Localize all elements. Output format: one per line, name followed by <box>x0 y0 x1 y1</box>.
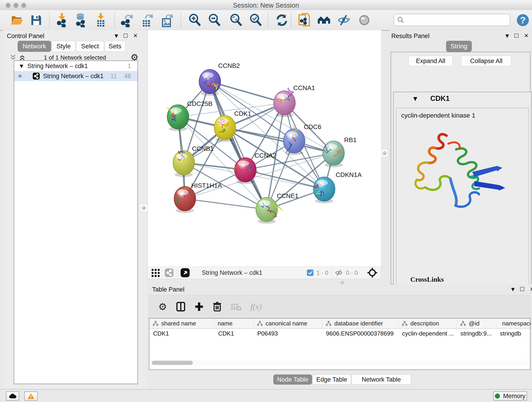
open-folder-icon <box>11 14 23 26</box>
column-header-description[interactable]: description <box>399 319 457 328</box>
protein-collapser-icon[interactable]: ▼ <box>413 96 417 102</box>
tab-sets[interactable]: Sets <box>105 41 125 52</box>
tab-network[interactable]: Network <box>18 41 51 52</box>
collection-count: 1 <box>128 63 131 70</box>
table-cell[interactable]: cyclin-dependent ... <box>399 329 457 338</box>
export-image-button[interactable] <box>160 13 174 27</box>
add-column-icon[interactable] <box>195 302 204 312</box>
zoom-out-icon <box>208 13 221 27</box>
node-label-CCNA1: CCNA1 <box>293 84 315 91</box>
import-network-database-button[interactable] <box>74 13 88 27</box>
cloud-status-button[interactable] <box>6 391 19 401</box>
table-cell[interactable]: stringdb <box>496 329 531 338</box>
string-badge-gray-icon[interactable] <box>165 268 174 277</box>
tab-string[interactable]: String <box>446 41 472 52</box>
node-label-HIST1H1A: HIST1H1A <box>191 182 222 189</box>
zoom-selected-button[interactable] <box>249 13 263 27</box>
main-toolbar: ? <box>0 10 532 31</box>
export-network-button[interactable] <box>120 13 134 27</box>
results-panel: Results Panel ▼ ☐ ✕ String Expand All Co… <box>389 30 532 284</box>
table-cell[interactable]: CDK1 <box>215 329 254 338</box>
left-splitter-handle[interactable] <box>140 204 147 212</box>
table-horizontal-scrollbar[interactable] <box>150 360 530 366</box>
search-input[interactable] <box>406 15 510 25</box>
network-node-HIST1H1A[interactable]: HIST1H1A <box>174 182 222 213</box>
network-edge-CCNA2-CDKN1A[interactable] <box>245 170 324 189</box>
network-node-CCNB1[interactable]: CCNB1 <box>173 145 214 177</box>
show-columns-icon[interactable] <box>176 302 185 312</box>
collapse-all-button[interactable]: Collapse All <box>461 56 511 66</box>
network-edge-HIST1H1A-CCNE1[interactable] <box>185 199 267 210</box>
collection-collapser-icon[interactable]: ▼ <box>20 63 23 69</box>
collection-label: String Network – cdk1 <box>27 63 88 70</box>
import-table-button[interactable] <box>94 13 108 27</box>
column-header-shared-name[interactable]: shared name <box>149 319 215 328</box>
table-row[interactable]: CDK1CDK1P064939606.ENSP00000378699cyclin… <box>149 329 530 338</box>
refresh-button[interactable] <box>275 13 289 27</box>
network-node-CDC6[interactable]: CDC6 <box>283 123 321 155</box>
birdseye-grid-icon[interactable] <box>151 268 160 277</box>
expand-all-button[interactable]: Expand All <box>409 56 453 66</box>
scrollbar-thumb[interactable] <box>152 361 193 365</box>
network-node-CCNE1[interactable]: CCNE1 <box>256 192 298 224</box>
column-header--id[interactable]: @id <box>457 319 496 328</box>
column-header-namespace[interactable]: namespace <box>496 319 531 328</box>
network-edge-CCNB2-CCNE1[interactable] <box>210 82 267 210</box>
tab-select[interactable]: Select <box>76 41 104 52</box>
network-canvas[interactable]: CCNB2CCNA1CDC25BCDK1CDC6RB1CCNB1CCNA2CDK… <box>147 30 381 267</box>
zoom-out-button[interactable] <box>208 13 221 27</box>
column-header-canonical-name[interactable]: canonical name <box>254 319 322 328</box>
node-label-CCNB2: CCNB2 <box>218 62 240 69</box>
homes-button[interactable] <box>317 13 331 27</box>
zoom-fit-button[interactable] <box>229 13 243 27</box>
show-eye-button[interactable] <box>357 13 371 27</box>
table-cell[interactable]: P06493 <box>254 329 322 338</box>
table-maximize-icon[interactable]: ☐ <box>520 287 525 292</box>
panel-maximize-icon[interactable]: ☐ <box>123 33 128 38</box>
panel-close-icon[interactable]: ✕ <box>133 33 138 38</box>
tab-edge-table[interactable]: Edge Table <box>312 375 351 385</box>
network-row[interactable]: String Network – cdk1 11 48 <box>14 71 138 81</box>
open-session-button[interactable] <box>10 13 24 27</box>
panel-float-icon[interactable]: ▼ <box>114 33 118 38</box>
export-table-button[interactable] <box>140 13 154 27</box>
table-cell[interactable]: stringdb:9... <box>457 329 496 338</box>
column-type-icon <box>460 321 466 326</box>
hidden-eye-slash-icon[interactable] <box>335 269 343 276</box>
node-table: shared namenamecanonical namedatabase id… <box>149 318 530 370</box>
column-type-icon <box>326 321 331 326</box>
import-network-file-button[interactable] <box>55 13 69 27</box>
save-session-button[interactable] <box>29 13 43 27</box>
hide-panel-eye-button[interactable] <box>337 13 351 27</box>
results-close-icon[interactable]: ✕ <box>524 33 529 38</box>
table-float-icon[interactable]: ▼ <box>511 287 515 292</box>
table-close-icon[interactable]: ✕ <box>530 287 532 292</box>
tab-style[interactable]: Style <box>52 41 75 52</box>
table-cell[interactable]: CDK1 <box>149 329 215 338</box>
column-header-label: description <box>410 320 439 327</box>
network-node-RB1[interactable]: RB1 <box>323 136 356 167</box>
column-header-name[interactable]: name <box>215 319 254 328</box>
network-node-CDKN1A[interactable]: CDKN1A <box>313 171 362 203</box>
table-cell[interactable]: 9606.ENSP00000378699 <box>322 329 399 338</box>
tab-network-table[interactable]: Network Table <box>351 375 411 385</box>
share-document-button[interactable] <box>297 13 311 27</box>
tab-node-table[interactable]: Node Table <box>273 375 312 385</box>
results-maximize-icon[interactable]: ☐ <box>514 33 519 38</box>
node-label-CCNB1: CCNB1 <box>192 145 214 152</box>
delete-column-icon[interactable] <box>213 302 222 312</box>
zoom-in-button[interactable] <box>188 13 202 27</box>
results-float-icon[interactable]: ▼ <box>505 33 509 38</box>
selected-checkbox-icon[interactable] <box>307 269 314 276</box>
memory-button[interactable]: Memory <box>493 391 527 401</box>
warnings-button[interactable] <box>24 391 38 401</box>
fit-crosshair-icon[interactable] <box>367 268 378 278</box>
column-header-label: database identifier <box>334 320 383 327</box>
column-header-database-identifier[interactable]: database identifier <box>322 319 399 328</box>
network-collection-row[interactable]: ▼ String Network – cdk1 1 <box>14 61 138 71</box>
table-options-gear-icon[interactable]: ⚙ <box>158 301 167 313</box>
help-button[interactable]: ? <box>516 13 530 27</box>
bottom-splitter-handle[interactable] <box>339 280 346 285</box>
right-splitter-handle[interactable] <box>381 149 388 157</box>
open-in-new-window-icon[interactable] <box>180 268 190 278</box>
